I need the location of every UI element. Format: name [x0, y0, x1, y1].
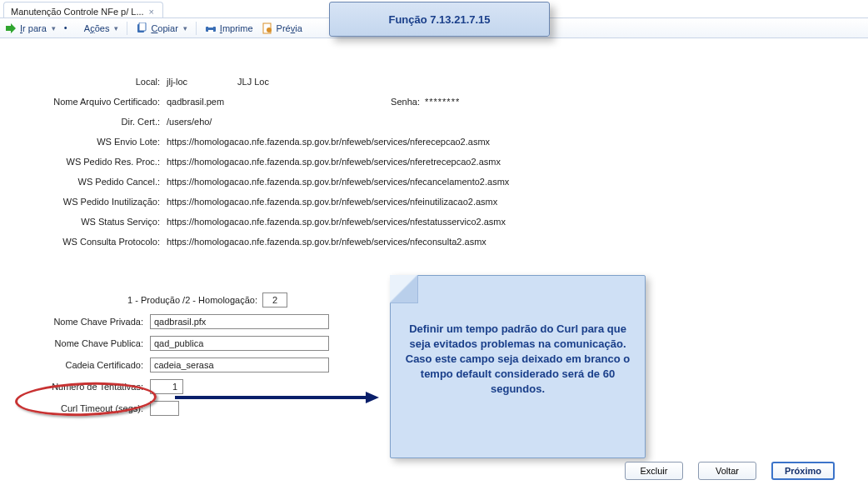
- function-badge-text: Função 7.13.21.7.15: [388, 13, 490, 26]
- proximo-button[interactable]: Próximo: [771, 462, 835, 480]
- chave-pub-label: Nome Chave Publica:: [17, 332, 150, 354]
- button-row: Excluir Voltar Próximo: [625, 462, 835, 480]
- ws-pedido-inut-label: WS Pedido Inutilização:: [17, 192, 167, 212]
- callout-note: Definir um tempo padrão do Curl para que…: [390, 275, 646, 458]
- excluir-button[interactable]: Excluir: [625, 462, 683, 480]
- dir-cert-value: /users/eho/: [167, 112, 212, 132]
- bullet-icon: •: [64, 22, 76, 34]
- ws-pedido-res-label: WS Pedido Res. Proc.:: [17, 152, 167, 172]
- prod-hom-value: 2: [272, 289, 277, 311]
- chave-pub-input[interactable]: qad_publica: [150, 336, 329, 351]
- local-label: Local:: [17, 72, 167, 92]
- ws-pedido-res-value: https://homologacao.nfe.fazenda.sp.gov.b…: [167, 152, 501, 172]
- separator: [196, 22, 197, 35]
- svg-rect-3: [208, 23, 213, 28]
- ws-consulta-value: https://homologacao.nfe.fazenda.sp.gov.b…: [167, 232, 486, 252]
- ir-para-label: r para: [22, 23, 47, 33]
- cadeia-value: cadeia_serasa: [154, 354, 214, 376]
- ws-pedido-cancel-label: WS Pedido Cancel.:: [17, 172, 167, 192]
- imprime-label: mprime: [222, 23, 253, 33]
- svg-rect-4: [208, 30, 213, 33]
- ws-envio-value: https://homologacao.nfe.fazenda.sp.gov.b…: [167, 132, 490, 152]
- tab-manutencao-nfe[interactable]: Manutenção Controle NFe p/ L... ×: [3, 2, 163, 18]
- chave-priv-input[interactable]: qadbrasil.pfx: [150, 314, 329, 329]
- ws-status-value: https://homologacao.nfe.fazenda.sp.gov.b…: [167, 212, 506, 232]
- function-badge: Função 7.13.21.7.15: [329, 2, 550, 37]
- ws-pedido-cancel-value: https://homologacao.nfe.fazenda.sp.gov.b…: [167, 172, 509, 192]
- separator: [127, 22, 127, 35]
- curl-timeout-input[interactable]: [150, 401, 179, 416]
- voltar-button[interactable]: Voltar: [698, 462, 756, 480]
- tentativas-label: Numero de Tentativas:: [17, 376, 150, 398]
- ws-consulta-label: WS Consulta Protocolo:: [17, 232, 167, 252]
- chave-priv-value: qadbrasil.pfx: [154, 311, 206, 332]
- nome-arq-cert-label: Nome Arquivo Certificado:: [17, 92, 167, 112]
- prod-hom-input[interactable]: 2: [262, 292, 287, 308]
- preview-icon: [262, 22, 273, 34]
- ws-envio-label: WS Envio Lote:: [17, 132, 167, 152]
- chave-priv-label: Nome Chave Privada:: [17, 311, 150, 332]
- nome-arq-cert-value: qadbrasil.pem: [167, 92, 224, 112]
- cadeia-input[interactable]: cadeia_serasa: [150, 358, 329, 372]
- local-value: jlj-loc: [167, 72, 187, 92]
- printer-icon: [205, 22, 217, 34]
- senha-label: Senha:: [391, 92, 420, 112]
- prod-hom-label: 1 - Produção /2 - Homologação:: [17, 289, 262, 311]
- svg-point-6: [267, 28, 272, 32]
- tentativas-value: 1: [172, 376, 177, 398]
- tab-label: Manutenção Controle NFe p/ L...: [11, 7, 144, 17]
- tentativas-input[interactable]: 1: [150, 379, 183, 394]
- copiar-button[interactable]: Copiar: [136, 22, 187, 34]
- imprime-button[interactable]: Imprime: [205, 22, 253, 34]
- senha-value: ********: [425, 92, 460, 112]
- copy-icon: [136, 22, 147, 34]
- svg-rect-1: [139, 22, 146, 31]
- callout-text: Definir um tempo padrão do Curl para que…: [406, 322, 631, 395]
- ir-para-button[interactable]: Ir para: [5, 22, 56, 34]
- arrow-right-icon: [5, 22, 17, 34]
- ws-pedido-inut-value: https://homologacao.nfe.fazenda.sp.gov.b…: [167, 192, 497, 212]
- copiar-label: opiar: [157, 23, 177, 33]
- close-icon[interactable]: ×: [149, 7, 154, 17]
- ws-status-label: WS Status Serviço:: [17, 212, 167, 232]
- previa-button[interactable]: Prévia: [262, 22, 302, 34]
- curl-timeout-label: Curl Timeout (segs):: [17, 398, 150, 419]
- acoes-button[interactable]: Ações: [84, 23, 119, 33]
- cadeia-label: Cadeia Certificado:: [17, 354, 150, 376]
- chave-pub-value: qad_publica: [154, 332, 203, 354]
- folded-corner-icon: [390, 275, 418, 303]
- dir-cert-label: Dir. Cert.:: [17, 112, 167, 132]
- local-extra: JLJ Loc: [237, 72, 269, 92]
